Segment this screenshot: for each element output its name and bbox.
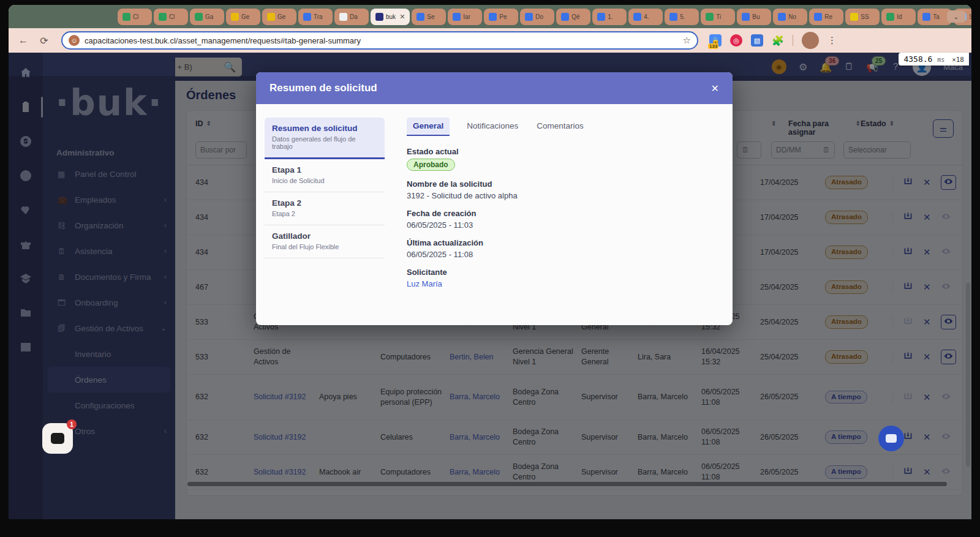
- tab-label: Tra: [314, 13, 323, 20]
- modal-tab-notificaciones[interactable]: Notificaciones: [466, 118, 519, 136]
- url-text: capacitaciones-test.buk.cl/asset_managem…: [85, 36, 678, 45]
- tab-label: Do: [535, 13, 543, 20]
- stage-subtitle: Etapa 2: [272, 210, 377, 217]
- tab-label: Ge: [277, 13, 285, 20]
- browser-tab-bu[interactable]: Bu: [737, 9, 771, 25]
- extensions-row: 🔒133 ◎ ▧ 🧩 ⋮: [709, 32, 837, 49]
- performance-overlay: 4358.6 ms ×18: [899, 53, 969, 66]
- browser-tab-ge[interactable]: Ge: [226, 9, 260, 25]
- tab-favicon: [561, 13, 569, 21]
- modal-stage-nav: Resumen de solicitudDatos generales del …: [265, 118, 385, 325]
- browser-tab-1[interactable]: 1.: [592, 9, 627, 25]
- tab-label: No: [788, 13, 796, 20]
- url-bar[interactable]: ☺ capacitaciones-test.buk.cl/asset_manag…: [61, 31, 698, 50]
- tab-favicon: [850, 13, 858, 21]
- browser-tab-do[interactable]: Do: [520, 9, 554, 25]
- extension-badge: 133: [708, 43, 718, 49]
- tab-favicon: [633, 13, 641, 21]
- modal-tab-general[interactable]: General: [407, 118, 450, 136]
- tab-favicon: [159, 13, 167, 21]
- browser-tab-buk[interactable]: buk✕: [371, 9, 410, 25]
- browser-tab-tra[interactable]: Tra: [298, 9, 333, 25]
- tab-favicon: [375, 13, 383, 21]
- tab-label: Se: [427, 13, 434, 20]
- stage-subtitle: Final del Flujo Flexible: [272, 243, 377, 250]
- browser-tab-ti[interactable]: Ti: [701, 9, 735, 25]
- close-icon[interactable]: ✕: [711, 83, 719, 94]
- red-extension-icon[interactable]: ◎: [730, 34, 742, 47]
- tab-favicon: [814, 13, 822, 21]
- tab-favicon: [303, 13, 311, 21]
- browser-tab-da[interactable]: Da: [334, 9, 369, 25]
- modal-tabs: GeneralNotificacionesComentarios: [407, 118, 714, 136]
- modal-stage-etapa-2[interactable]: Etapa 2Etapa 2: [265, 192, 385, 225]
- tab-label: Ta: [933, 13, 940, 20]
- tab-overflow-chevron-icon[interactable]: ⌄: [947, 10, 965, 23]
- browser-tab-4[interactable]: 4.: [628, 9, 663, 25]
- tab-label: Id: [897, 13, 902, 20]
- tab-label: Cl: [133, 13, 138, 20]
- field-label: Estado actual: [407, 147, 714, 156]
- tab-favicon: [489, 13, 497, 21]
- tab-favicon: [669, 13, 677, 21]
- browser-tab-cl[interactable]: Cl: [118, 9, 152, 25]
- modal-stage-etapa-1[interactable]: Etapa 1Inicio de Solicitud: [265, 159, 385, 192]
- chat-widget-launcher[interactable]: 1: [42, 423, 73, 454]
- browser-tab-ss[interactable]: SS: [845, 9, 880, 25]
- field-fecha-de-creaci-n: Fecha de creación06/05/2025 - 11:03: [407, 209, 714, 230]
- stage-title: Gatillador: [272, 231, 377, 241]
- browser-tab-re[interactable]: Re: [809, 9, 843, 25]
- tab-label: Bu: [752, 13, 760, 20]
- tab-favicon: [597, 13, 605, 21]
- chrome-profile-avatar[interactable]: [802, 32, 819, 49]
- refresh-icon[interactable]: ⟳: [36, 32, 53, 49]
- tab-label: Ga: [205, 13, 213, 20]
- screenshot-extension-icon[interactable]: ▧: [751, 34, 763, 47]
- chrome-menu-icon[interactable]: ⋮: [827, 35, 837, 46]
- tab-favicon: [742, 13, 750, 21]
- tab-favicon: [195, 13, 203, 21]
- browser-tab-ga[interactable]: Ga: [190, 9, 224, 25]
- modal-body: Resumen de solicitudDatos generales del …: [256, 104, 733, 325]
- tab-favicon: [706, 13, 714, 21]
- browser-tab-ge[interactable]: Ge: [262, 9, 296, 25]
- bookmark-star-icon[interactable]: ☆: [683, 35, 691, 46]
- chat-bubble-icon: [51, 433, 64, 444]
- modal-stage-resumen-de-solicitud[interactable]: Resumen de solicitudDatos generales del …: [265, 118, 385, 159]
- modal-stage-gatillador[interactable]: GatilladorFinal del Flujo Flexible: [265, 225, 385, 258]
- browser-window: ClClGaGeGeTraDabuk✕SeIarPeDoQé1.4.5.TiBu…: [9, 5, 971, 519]
- stage-subtitle: Inicio de Solicitud: [272, 177, 377, 184]
- extensions-puzzle-icon[interactable]: 🧩: [772, 34, 784, 47]
- tab-favicon: [525, 13, 533, 21]
- chat-bubble-icon: [886, 434, 897, 443]
- vpn-extension-icon[interactable]: 🔒133: [709, 34, 722, 47]
- tab-label: Da: [350, 13, 358, 20]
- support-chat-button[interactable]: [878, 426, 904, 451]
- modal-title: Resumen de solicitud: [270, 82, 711, 94]
- browser-tab-iar[interactable]: Iar: [448, 9, 482, 25]
- tab-label: Cl: [169, 13, 175, 20]
- browser-tab-id[interactable]: Id: [881, 9, 916, 25]
- browser-tab-q[interactable]: Qé: [556, 9, 590, 25]
- browser-tab-pe[interactable]: Pe: [484, 9, 518, 25]
- tab-favicon: [339, 13, 347, 21]
- browser-tab-5[interactable]: 5.: [665, 9, 699, 25]
- browser-tab-cl[interactable]: Cl: [154, 9, 188, 25]
- modal-header: Resumen de solicitud ✕: [256, 72, 733, 104]
- perf-value: 4358.6: [903, 54, 932, 64]
- tab-favicon: [453, 13, 461, 21]
- modal-tab-comentarios[interactable]: Comentarios: [535, 118, 585, 136]
- approved-badge: Aprobado: [407, 159, 455, 171]
- tab-label: Sc: [969, 13, 971, 20]
- field-nombre-de-la-solicitud: Nombre de la solicitud3192 - Solicitud d…: [407, 179, 714, 200]
- perf-unit: ms: [937, 56, 944, 63]
- field-solicitante: SolicitanteLuz María: [407, 268, 714, 288]
- browser-tab-se[interactable]: Se: [412, 9, 446, 25]
- tab-favicon: [267, 13, 275, 21]
- tab-close-icon[interactable]: ✕: [399, 13, 405, 21]
- tab-label: Iar: [463, 13, 470, 20]
- back-icon[interactable]: ←: [15, 32, 32, 49]
- browser-tab-no[interactable]: No: [773, 9, 807, 25]
- field-value[interactable]: Luz María: [407, 279, 714, 288]
- tab-label: 5.: [680, 13, 685, 20]
